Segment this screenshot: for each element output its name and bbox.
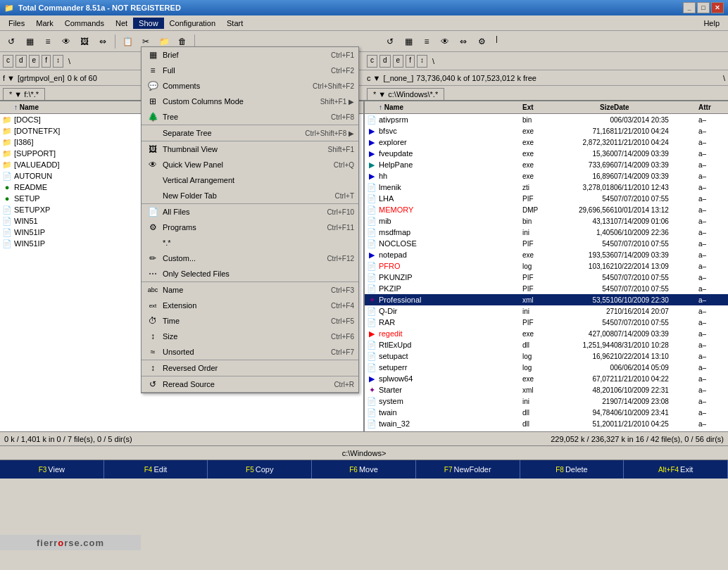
list-item[interactable]: 📄 PKUNZIP PIF 545 07/07/2010 07:55 a– <box>365 272 728 283</box>
list-item[interactable]: ▶ twunk_16 exe 49,680 06/10/2009 23:41 a… <box>365 429 728 431</box>
menu-item-reread[interactable]: ↺ Reread Source Ctrl+R <box>142 376 358 392</box>
list-item[interactable]: 📄 RAR PIF 545 07/07/2010 07:55 a– <box>365 317 728 328</box>
menu-item-only-selected[interactable]: ⋯ Only Selected Files <box>142 266 358 281</box>
right-refresh-button[interactable]: ↺ <box>382 33 398 50</box>
list-item[interactable]: ✦ Starter xml 48,201 06/10/2009 22:31 a– <box>365 384 728 395</box>
menu-item-sort-time[interactable]: ⏱ Time Ctrl+F5 <box>142 313 358 329</box>
thumbnail-button[interactable]: 🖼 <box>76 33 93 50</box>
list-item[interactable]: 📄 system ini 219 07/14/2009 23:08 a– <box>365 395 728 407</box>
brief-button[interactable]: ▦ <box>21 33 38 50</box>
menu-item-newfoldertab[interactable]: New Folder Tab Ctrl+T <box>142 188 358 203</box>
menu-item-quickview[interactable]: 👁 Quick View Panel Ctrl+Q <box>142 157 358 172</box>
drive-c-right[interactable]: c <box>367 55 377 68</box>
right-full-button[interactable]: ≡ <box>418 33 435 50</box>
menu-item-sort-name[interactable]: abc Name Ctrl+F3 <box>142 282 358 298</box>
drive-d-right[interactable]: d <box>379 55 391 68</box>
menu-item-comments[interactable]: 💬 Comments Ctrl+Shift+F2 <box>142 78 358 94</box>
right-col-size-header[interactable]: Size <box>558 103 614 111</box>
list-item[interactable]: 📄 lmenik zti 3,278,018 06/11/2010 12:43 … <box>365 182 728 193</box>
drive-e-left[interactable]: e <box>29 55 40 68</box>
list-item[interactable]: ▶ fveupdate exe 15,360 07/14/2009 03:39 … <box>365 148 728 159</box>
list-item[interactable]: ✦ Professional xml 53,551 06/10/2009 22:… <box>365 294 728 305</box>
list-item[interactable]: 📄 ativpsrm bin 0 06/03/2014 20:35 a– <box>365 114 728 125</box>
menu-mark[interactable]: Mark <box>30 18 58 29</box>
right-col-attr-header[interactable]: Attr <box>698 103 727 111</box>
left-tab-1[interactable]: * ▼ f:\*.* <box>3 88 45 100</box>
right-col-name-header[interactable]: ↑ Name <box>379 103 522 111</box>
menu-start[interactable]: Start <box>221 18 249 29</box>
refresh-button[interactable]: ↺ <box>3 33 20 50</box>
list-item[interactable]: ▶ bfsvc exe 71,168 11/21/2010 04:24 a– <box>365 125 728 137</box>
list-item[interactable]: 📄 LHA PIF 545 07/07/2010 07:55 a– <box>365 193 728 204</box>
drive-c-left[interactable]: c <box>3 55 13 68</box>
right-extra-button[interactable]: ⚙ <box>473 33 490 50</box>
menu-commands[interactable]: Commands <box>59 18 110 29</box>
menu-files[interactable]: Files <box>3 18 30 29</box>
fkey-delete[interactable]: F8 Delete <box>520 460 625 479</box>
drive-f-left[interactable]: f <box>42 55 51 68</box>
menu-item-sort-size[interactable]: ↕ Size Ctrl+F6 <box>142 329 358 344</box>
close-button[interactable]: ✕ <box>711 2 724 13</box>
menu-item-unsorted[interactable]: ≈ Unsorted Ctrl+F7 <box>142 344 358 360</box>
fkey-copy[interactable]: F5 Copy <box>208 460 312 479</box>
right-brief-button[interactable]: ▦ <box>400 33 417 50</box>
menu-net[interactable]: Net <box>110 18 133 29</box>
list-item[interactable]: 📄 twain_32 dll 51,200 11/21/2010 04:25 a… <box>365 418 728 429</box>
drive-extra-right[interactable]: ↕ <box>417 55 427 68</box>
list-item[interactable]: 📄 PFRO log 103,162 10/22/2014 13:09 a– <box>365 260 728 272</box>
list-item[interactable]: ▶ regedit exe 427,008 07/14/2009 03:39 a… <box>365 328 728 339</box>
right-tab-1[interactable]: * ▼ c:\Windows\*.* <box>367 88 444 100</box>
drive-extra-left[interactable]: ↕ <box>53 55 63 68</box>
list-item[interactable]: 📄 MEMORY DMP 29,696,566 10/01/2014 13:12… <box>365 204 728 215</box>
compare-button[interactable]: ⇔ <box>94 33 111 50</box>
drive-d-left[interactable]: d <box>15 55 27 68</box>
menu-item-reversed[interactable]: ↕ Reversed Order <box>142 360 358 376</box>
menu-item-full[interactable]: ≡ Full Ctrl+F2 <box>142 63 358 78</box>
list-item[interactable]: 📄 setuperr log 0 06/06/2014 05:09 a– <box>365 362 728 373</box>
list-item[interactable]: ▶ hh exe 16,896 07/14/2009 03:39 a– <box>365 170 728 182</box>
maximize-button[interactable]: □ <box>697 2 710 13</box>
menu-item-thumbnail[interactable]: 🖼 Thumbnail View Shift+F1 <box>142 141 358 157</box>
menu-item-allexts[interactable]: *.* <box>142 235 358 251</box>
list-item[interactable]: 📄 Q-Dir ini 27 10/16/2014 20:07 a– <box>365 305 728 317</box>
list-item[interactable]: 📄 msdfmap ini 1,405 06/10/2009 22:36 a– <box>365 227 728 238</box>
fkey-move[interactable]: F6 Move <box>312 460 416 479</box>
menu-item-vertical[interactable]: Vertical Arrangement <box>142 172 358 188</box>
menu-item-tree[interactable]: 🌲 Tree Ctrl+F8 <box>142 109 358 125</box>
drive-e-right[interactable]: e <box>393 55 404 68</box>
menu-item-separate-tree[interactable]: Separate Tree Ctrl+Shift+F8 ▶ <box>142 125 358 141</box>
copy-button[interactable]: 📋 <box>119 33 136 50</box>
list-item[interactable]: 📄 NOCLOSE PIF 545 07/07/2010 07:55 a– <box>365 238 728 249</box>
menu-show[interactable]: Show <box>133 18 164 29</box>
list-item[interactable]: ▶ splwow64 exe 67,072 11/21/2010 04:22 a… <box>365 373 728 384</box>
list-item[interactable]: ▶ notepad exe 193,536 07/14/2009 03:39 a… <box>365 249 728 260</box>
list-item[interactable]: 📄 RtlExUpd dll 1,251,944 08/31/2010 10:2… <box>365 339 728 350</box>
menu-help[interactable]: Help <box>698 18 725 29</box>
fkey-view[interactable]: F3 View <box>0 460 104 479</box>
menu-configuration[interactable]: Configuration <box>164 18 221 29</box>
right-compare-button[interactable]: ⇔ <box>455 33 472 50</box>
list-item[interactable]: ▶ explorer exe 2,872,320 11/21/2010 04:2… <box>365 137 728 148</box>
list-item[interactable]: 📄 twain dll 94,784 06/10/2009 23:41 a– <box>365 407 728 418</box>
list-item[interactable]: ▶ HelpPane exe 733,696 07/14/2009 03:39 … <box>365 159 728 170</box>
menu-item-allfiles[interactable]: 📄 All Files Ctrl+F10 <box>142 204 358 220</box>
menu-item-sort-ext[interactable]: ext Extension Ctrl+F4 <box>142 298 358 313</box>
toolbar-divider <box>115 34 115 49</box>
menu-item-custom-columns[interactable]: ⊞ Custom Columns Mode Shift+F1 ▶ <box>142 94 358 109</box>
minimize-button[interactable]: _ <box>683 2 696 13</box>
menu-item-custom-filter[interactable]: ✏ Custom... Ctrl+F12 <box>142 251 358 266</box>
right-col-ext-header[interactable]: Ext <box>522 103 558 111</box>
fkey-edit[interactable]: F4 Edit <box>104 460 208 479</box>
list-item[interactable]: 📄 setupact log 16,962 10/22/2014 13:10 a… <box>365 350 728 362</box>
list-item[interactable]: 📄 mib bin 43,131 07/14/2009 01:06 a– <box>365 215 728 227</box>
drive-f-right[interactable]: f <box>406 55 415 68</box>
right-preview-button[interactable]: 👁 <box>437 33 453 50</box>
menu-item-programs[interactable]: ⚙ Programs Ctrl+F11 <box>142 220 358 235</box>
right-col-date-header[interactable]: Date <box>614 103 698 111</box>
menu-item-brief[interactable]: ▦ Brief Ctrl+F1 <box>142 47 358 63</box>
preview-button[interactable]: 👁 <box>58 33 75 50</box>
fkey-exit[interactable]: Alt+F4 Exit <box>624 460 728 479</box>
fkey-newfolder[interactable]: F7 NewFolder <box>416 460 520 479</box>
full-button[interactable]: ≡ <box>39 33 56 50</box>
list-item[interactable]: 📄 PKZIP PIF 545 07/07/2010 07:55 a– <box>365 283 728 294</box>
